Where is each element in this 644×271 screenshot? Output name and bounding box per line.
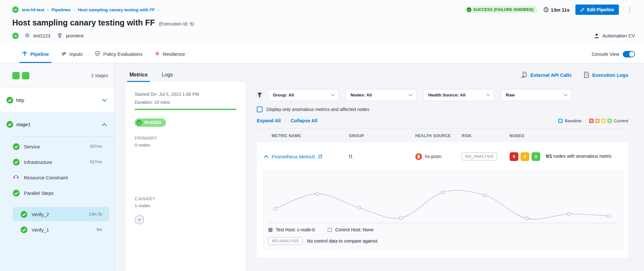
filter-funnel-icon[interactable] bbox=[257, 92, 263, 98]
step-duration: 9m bbox=[97, 227, 102, 232]
check-circle-icon bbox=[13, 143, 20, 150]
check-circle-icon bbox=[13, 159, 20, 166]
metric-name-link[interactable]: Prometheus Metric0 bbox=[272, 154, 315, 159]
stage-group-http[interactable]: http bbox=[0, 88, 114, 113]
breadcrumb-project[interactable]: srm-hf-test bbox=[22, 7, 44, 12]
filters-container: Group: All Nodes: All Health Source: All… bbox=[268, 89, 579, 101]
step-verify-1[interactable]: Verify_1 9m bbox=[0, 222, 114, 237]
external-api-calls-link[interactable]: API External API Calls bbox=[521, 72, 572, 78]
content: 2 stages http stage1 Service 857ms Infr bbox=[0, 63, 644, 271]
tab-resilience[interactable]: Resilience bbox=[150, 45, 189, 63]
nodes-summary: 0/1 nodes with anomalous metric bbox=[546, 153, 612, 160]
console-view-control: Console View bbox=[592, 51, 635, 57]
filter-select-group[interactable]: Group: All bbox=[268, 89, 339, 101]
step-duration: 857ms bbox=[90, 144, 102, 149]
primary-node-count: 0 nodes bbox=[135, 143, 236, 147]
tab-metrics[interactable]: Metrics bbox=[130, 72, 148, 82]
breadcrumb-pipelines[interactable]: Pipelines bbox=[52, 7, 71, 12]
tab-inputs[interactable]: Inputs bbox=[57, 45, 87, 63]
current-legend-squares bbox=[589, 119, 614, 123]
step-service[interactable]: Service 857ms bbox=[0, 139, 114, 154]
chevron-down-icon[interactable] bbox=[102, 99, 107, 102]
expand-all-link[interactable]: Expand All bbox=[257, 118, 281, 123]
breadcrumb-separator-icon: › bbox=[47, 7, 49, 12]
primary-label: PRIMARY bbox=[135, 135, 236, 141]
current-legend-square bbox=[595, 119, 600, 123]
filter-row: Group: All Nodes: All Health Source: All… bbox=[257, 89, 628, 101]
stage-group-stage1[interactable]: stage1 bbox=[0, 113, 114, 136]
collapse-all-link[interactable]: Collapse All bbox=[291, 118, 317, 123]
filter-select-nodes[interactable]: Nodes: All bbox=[346, 89, 417, 101]
step-infrastructure[interactable]: Infrastructure 617ms bbox=[0, 154, 114, 170]
hexagon-node-icon bbox=[135, 215, 144, 225]
started-on: Started On: Jul 5, 2023 1:06 PM bbox=[135, 92, 236, 97]
test-host-legend-square bbox=[268, 228, 273, 232]
external-api-calls-label: External API Calls bbox=[530, 72, 572, 78]
divider bbox=[257, 128, 628, 129]
filter-select-health-source[interactable]: Health Source: All bbox=[423, 89, 494, 101]
anomalous-checkbox-label: Display only anomalous metrics and affec… bbox=[266, 107, 370, 112]
chevron-down-icon bbox=[486, 94, 490, 96]
tab-pipeline[interactable]: Pipeline bbox=[17, 45, 53, 63]
metrics-head: Metrics Logs API External API Calls Exec… bbox=[115, 63, 644, 82]
page-header: ∞ srm-hf-test › Pipelines › Host samplin… bbox=[0, 0, 644, 45]
inputs-icon bbox=[61, 51, 67, 57]
metrics-panel: Group: All Nodes: All Health Source: All… bbox=[257, 89, 628, 257]
tab-label: Pipeline bbox=[30, 51, 49, 57]
head-links: API External API Calls Execution Logs bbox=[521, 72, 628, 82]
execution-logs-link[interactable]: Execution Logs bbox=[584, 72, 628, 78]
harness-logo-icon: ∞ bbox=[12, 6, 19, 13]
canary-node-hexagon[interactable] bbox=[135, 215, 236, 226]
metric-name-cell: Prometheus Metric0 bbox=[257, 154, 349, 159]
column-header-nodes: NODES bbox=[510, 134, 628, 138]
connector-name[interactable]: promtest bbox=[66, 33, 83, 38]
service-name[interactable]: test1123 bbox=[33, 33, 50, 38]
step-duration: 617ms bbox=[90, 160, 102, 164]
check-circle-icon bbox=[6, 121, 13, 128]
metric-line-chart[interactable] bbox=[268, 175, 618, 223]
anomalous-checkbox[interactable] bbox=[257, 106, 263, 112]
current-legend-square bbox=[601, 119, 606, 123]
metric-row: Prometheus Metric0 f1 hs-prom NO_ANALYSI… bbox=[257, 142, 628, 171]
duration: Duration: 10 mins bbox=[135, 100, 236, 105]
chevron-up-icon[interactable] bbox=[264, 155, 268, 158]
pencil-icon bbox=[580, 8, 584, 12]
check-circle-icon bbox=[13, 190, 20, 196]
tab-logs[interactable]: Logs bbox=[162, 72, 173, 82]
expand-collapse-row: Expand All Collapse All Baseline Current bbox=[257, 118, 628, 124]
node-count-chip: 0 bbox=[510, 152, 518, 161]
console-view-toggle[interactable] bbox=[623, 51, 635, 57]
edit-pipeline-button[interactable]: Edit Pipeline bbox=[575, 5, 619, 15]
current-legend-label: Current bbox=[614, 118, 628, 123]
metric-chart-panel: Test Host: c-node-0 Control Host: None N… bbox=[263, 171, 623, 250]
node-count-chip: 0 bbox=[532, 152, 540, 161]
svg-text:API: API bbox=[521, 76, 525, 78]
analysis-row: NO ANALYSIS No control data to compare a… bbox=[268, 237, 618, 245]
step-resource-constraint[interactable]: Resource Constraint bbox=[0, 170, 114, 185]
edit-pipeline-label: Edit Pipeline bbox=[587, 7, 614, 12]
column-header-metric-name: METRIC NAME bbox=[257, 134, 349, 138]
chevron-up-icon[interactable] bbox=[102, 123, 107, 126]
filter-select-raw[interactable]: Raw bbox=[501, 89, 572, 101]
breadcrumb-pipeline-name[interactable]: Host sampling canary testing with FF bbox=[78, 7, 155, 12]
external-link-icon[interactable] bbox=[318, 154, 322, 159]
resilience-icon bbox=[155, 51, 160, 57]
step-verify-2[interactable]: Verify_2 13m 3s bbox=[0, 206, 114, 222]
baseline-legend-square bbox=[558, 119, 562, 123]
policy-shield-icon bbox=[95, 51, 100, 57]
step-parallel-steps[interactable]: Parallel Steps bbox=[0, 185, 114, 201]
execution-id: (Execution Id: 5) bbox=[159, 21, 194, 26]
test-host-label: Test Host: c-node-0 bbox=[276, 227, 315, 232]
control-host-label: Control Host: None bbox=[335, 227, 373, 232]
anomalous-filter-row: Display only anomalous metrics and affec… bbox=[257, 106, 628, 112]
risk-badge: NO_ANALYSIS bbox=[462, 153, 497, 160]
stage-count-row: 2 stages bbox=[0, 63, 114, 88]
stage-group-label: http bbox=[16, 97, 99, 103]
step-label: Resource Constraint bbox=[24, 175, 98, 180]
prometheus-icon bbox=[415, 153, 422, 160]
tab-policy-evaluations[interactable]: Policy Evaluations bbox=[90, 45, 147, 63]
stage-success-square bbox=[12, 72, 20, 79]
delegate-icon bbox=[57, 33, 62, 38]
step-label: Verify_2 bbox=[32, 212, 85, 217]
more-options-icon[interactable]: ⋮ bbox=[625, 6, 635, 14]
